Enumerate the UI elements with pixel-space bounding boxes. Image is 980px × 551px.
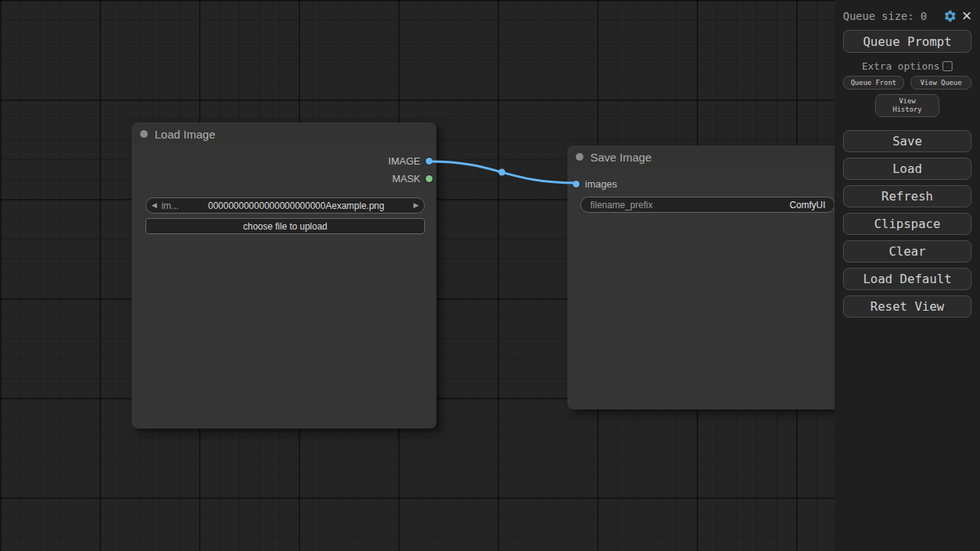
image-output-slot: IMAGE [132, 152, 436, 170]
image-output-dot[interactable] [426, 158, 433, 165]
mask-output-slot: MASK [132, 170, 436, 187]
mask-output-dot[interactable] [426, 175, 433, 182]
clipspace-button[interactable]: Clipspace [843, 213, 972, 235]
load-button[interactable]: Load [843, 158, 972, 180]
combo-value: 00000000000000000000000Aexample.png [179, 201, 413, 211]
widget-value: ComfyUI [789, 200, 825, 210]
view-history-button[interactable]: View History [875, 94, 939, 117]
refresh-button[interactable]: Refresh [843, 185, 972, 207]
queue-prompt-button[interactable]: Queue Prompt [843, 30, 972, 53]
settings-gear-icon[interactable] [943, 9, 957, 23]
choose-file-button[interactable]: choose file to upload [145, 218, 425, 234]
save-button[interactable]: Save [843, 130, 972, 152]
node-title: Load Image [155, 128, 215, 141]
image-filename-combo[interactable]: ◀ im... 00000000000000000000000Aexample.… [145, 197, 425, 214]
clear-button[interactable]: Clear [843, 240, 972, 262]
combo-next-arrow-icon[interactable]: ▶ [413, 202, 419, 209]
queue-status-row: Queue size: 0 × [843, 6, 972, 26]
extra-options-label: Extra options [862, 60, 940, 72]
save-image-node[interactable]: Save Image images filename_prefix ComfyU… [567, 145, 847, 409]
node-title: Save Image [590, 151, 652, 164]
combo-label: im... [162, 201, 179, 211]
combo-prev-arrow-icon[interactable]: ◀ [152, 202, 157, 209]
view-queue-button[interactable]: View Queue [910, 76, 972, 90]
images-input-slot: images [567, 175, 847, 193]
queue-size-label: Queue size: 0 [843, 10, 939, 22]
reset-view-button[interactable]: Reset View [843, 295, 972, 318]
widget-label: filename_prefix [590, 200, 652, 210]
slot-label: IMAGE [388, 155, 420, 167]
images-input-dot[interactable] [573, 181, 580, 187]
filename-prefix-widget[interactable]: filename_prefix ComfyUI [580, 197, 835, 213]
comfy-menu-panel: Queue size: 0 × Queue Prompt Extra optio… [835, 0, 980, 551]
slot-label: MASK [392, 173, 420, 184]
extra-options-row: Extra options [843, 59, 972, 73]
load-default-button[interactable]: Load Default [843, 268, 972, 290]
queue-actions-row: Queue Front View Queue [843, 76, 972, 90]
node-status-dot-icon [576, 153, 583, 161]
save-image-slots: images [567, 175, 847, 193]
view-history-row: View History [843, 94, 972, 117]
node-status-dot-icon [140, 130, 148, 138]
load-image-node[interactable]: Load Image IMAGE MASK ◀ im... 0000000000… [132, 122, 436, 429]
slot-label: images [585, 178, 617, 190]
view-history-label: View History [890, 97, 925, 114]
queue-front-button[interactable]: Queue Front [843, 76, 904, 90]
load-image-slots: IMAGE MASK [132, 152, 436, 187]
save-image-title-bar[interactable]: Save Image [567, 145, 847, 168]
close-icon[interactable]: × [962, 9, 972, 23]
load-image-title-bar[interactable]: Load Image [132, 122, 436, 145]
extra-options-checkbox[interactable] [942, 61, 952, 71]
